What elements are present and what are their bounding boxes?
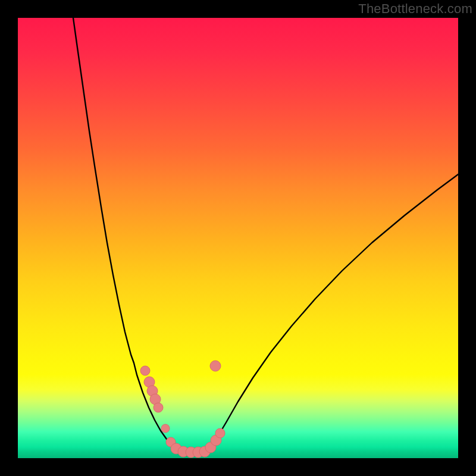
bottleneck-curve xyxy=(18,18,458,458)
data-marker xyxy=(215,428,225,438)
watermark-text: TheBottleneck.com xyxy=(358,1,472,17)
data-marker xyxy=(210,361,221,371)
data-marker xyxy=(154,403,163,412)
chart-frame: TheBottleneck.com xyxy=(0,0,476,476)
data-marker xyxy=(140,366,150,375)
data-marker xyxy=(161,424,170,433)
plot-area xyxy=(18,18,458,458)
